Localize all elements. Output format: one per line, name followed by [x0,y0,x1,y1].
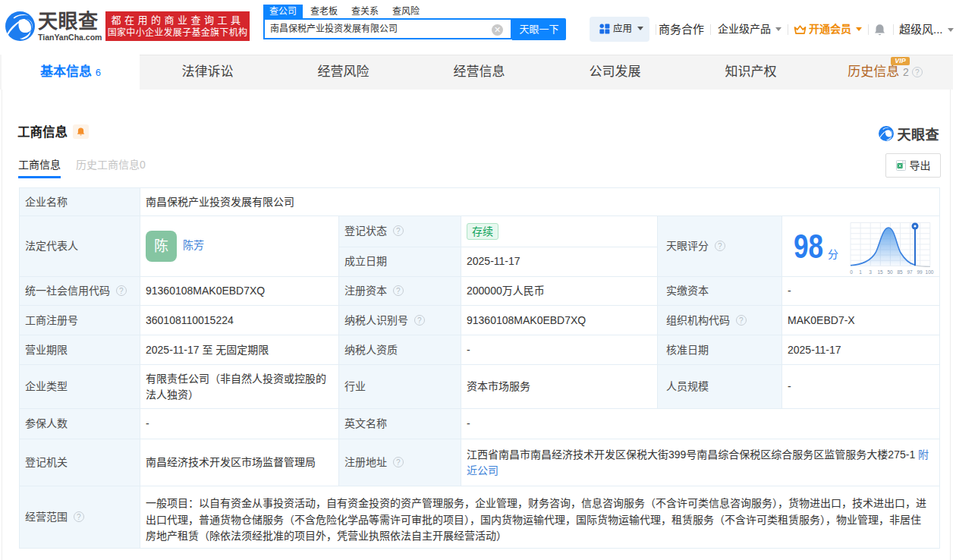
svg-text:1: 1 [859,269,862,275]
svg-text:50: 50 [887,269,893,275]
svg-text:3: 3 [869,269,872,275]
svg-text:15: 15 [877,269,883,275]
svg-text:99: 99 [917,269,923,275]
svg-text:85: 85 [897,269,903,275]
svg-text:97: 97 [907,269,913,275]
svg-text:100: 100 [926,269,934,275]
svg-text:0: 0 [850,269,853,275]
